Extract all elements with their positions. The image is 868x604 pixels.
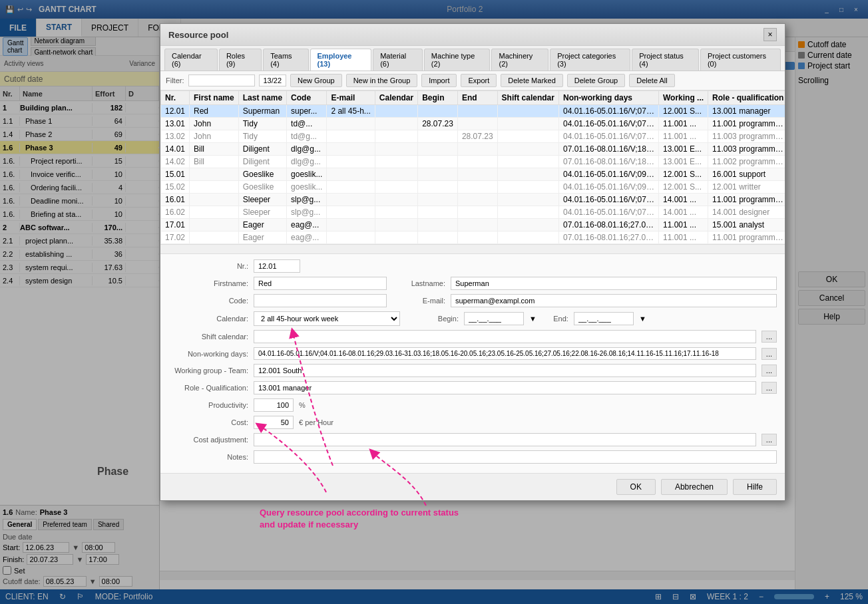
shift-cal-browse[interactable]: ... <box>761 331 777 343</box>
new-group-button[interactable]: New Group <box>290 74 342 87</box>
table-row[interactable]: 17.02 Eager eag@... 07.01.16-08.01.16;27… <box>161 231 785 244</box>
begin-dropdown[interactable]: ▼ <box>529 315 537 323</box>
cell-lastname: Tidy <box>238 130 286 143</box>
table-row[interactable]: 14.02 Bill Diligent dlg@g... 07.01.16-08… <box>161 156 785 168</box>
working-group-browse[interactable]: ... <box>761 365 777 377</box>
cell-working: 14.001 ... <box>658 194 708 206</box>
cell-lastname: Tidy <box>238 118 286 130</box>
tab-employee[interactable]: Employee (13) <box>310 49 372 71</box>
cell-nonworking: 04.01.16-05.01.16/V;07.01.16-... <box>558 130 658 143</box>
cell-nr: 12.01 <box>161 105 190 118</box>
tab-machinery[interactable]: Machinery (2) <box>491 49 548 71</box>
cell-role: 14.001 designer <box>708 206 785 219</box>
cost-adj-browse[interactable]: ... <box>761 434 777 446</box>
cell-code: slp@g... <box>287 206 327 219</box>
cell-firstname: Bill <box>190 143 239 156</box>
cell-role: 15.001 analyst <box>708 219 785 231</box>
code-input[interactable] <box>254 294 387 307</box>
tab-project-customers[interactable]: Project customers (0) <box>700 49 781 71</box>
cell-shiftcal <box>497 206 558 219</box>
table-row[interactable]: 13.02 John Tidy td@g... 28.07.23 04.01.1… <box>161 130 785 143</box>
calendar-select[interactable]: 2 all 45-hour work week <box>254 311 400 326</box>
modal-close-button[interactable]: × <box>763 28 777 41</box>
new-in-group-button[interactable]: New in the Group <box>346 74 418 87</box>
role-input[interactable] <box>254 381 756 394</box>
cell-firstname: Red <box>190 105 239 118</box>
delete-group-button[interactable]: Delete Group <box>567 74 625 87</box>
delete-marked-button[interactable]: Delete Marked <box>501 74 563 87</box>
tab-teams[interactable]: Teams (4) <box>263 49 308 71</box>
cell-working: 12.001 S... <box>658 168 708 181</box>
working-group-input[interactable] <box>254 364 756 377</box>
email-input[interactable] <box>451 294 777 307</box>
cell-calendar <box>375 143 417 156</box>
table-row[interactable]: 16.02 Sleeper slp@g... 04.01.16-05.01.16… <box>161 206 785 219</box>
cell-email <box>327 118 375 130</box>
cost-input[interactable] <box>254 416 294 429</box>
notes-row: Notes: <box>168 450 777 464</box>
table-row[interactable]: 15.02 Goeslike goeslik... 04.01.16-05.01… <box>161 181 785 194</box>
cell-role: 11.003 programmer - V.B <box>708 143 785 156</box>
cell-lastname: Superman <box>238 105 286 118</box>
tab-project-status[interactable]: Project status (4) <box>632 49 699 71</box>
table-row[interactable]: 13.01 John Tidy td@... 28.07.23 04.01.16… <box>161 118 785 130</box>
cost-unit: € per Hour <box>299 418 333 426</box>
export-button[interactable]: Export <box>461 74 497 87</box>
firstname-input[interactable] <box>254 277 387 290</box>
notes-input[interactable] <box>254 450 777 464</box>
modal-hilfe-button[interactable]: Hilfe <box>733 479 777 495</box>
nr-row: Nr.: <box>168 259 777 273</box>
cell-nonworking: 07.01.16-08.01.16;27.01.16-29-... <box>558 231 658 244</box>
table-row[interactable]: 16.01 Sleeper slp@g... 04.01.16-05.01.16… <box>161 194 785 206</box>
th-nr: Nr. <box>161 91 190 105</box>
end-dropdown[interactable]: ▼ <box>639 315 646 323</box>
cost-adj-input[interactable] <box>254 433 756 446</box>
table-row[interactable]: 12.01 Red Superman super... 2 all 45-h..… <box>161 105 785 118</box>
cell-calendar <box>375 219 417 231</box>
table-row[interactable]: 14.01 Bill Diligent dlg@g... 07.01.16-08… <box>161 143 785 156</box>
tab-machine-type[interactable]: Machine type (2) <box>424 49 491 71</box>
non-working-browse[interactable]: ... <box>761 348 777 360</box>
shift-cal-input[interactable] <box>254 330 756 343</box>
delete-all-button[interactable]: Delete All <box>629 74 674 87</box>
cell-shiftcal <box>497 156 558 168</box>
cell-shiftcal <box>497 105 558 118</box>
table-row[interactable]: 17.01 Eager eag@... 07.01.16-08.01.16;27… <box>161 219 785 231</box>
table-hscroll[interactable] <box>160 244 785 253</box>
cell-shiftcal <box>497 143 558 156</box>
cell-nonworking: 07.01.16-08.01.16/V;18.01.16/... <box>558 156 658 168</box>
cell-code: dlg@g... <box>287 143 327 156</box>
tab-calendar[interactable]: Calendar (6) <box>164 49 218 71</box>
cost-label: Cost: <box>168 418 248 426</box>
begin-input[interactable] <box>464 312 524 325</box>
tab-project-categories[interactable]: Project categories (3) <box>550 49 630 71</box>
role-browse[interactable]: ... <box>761 382 777 394</box>
modal-ok-button[interactable]: OK <box>616 479 656 495</box>
cost-adj-label: Cost adjustment: <box>168 436 248 444</box>
nr-input[interactable] <box>254 259 300 273</box>
non-working-label: Non-working days: <box>168 350 248 358</box>
cell-shiftcal <box>497 194 558 206</box>
tab-roles[interactable]: Roles (9) <box>219 49 262 71</box>
end-input[interactable] <box>574 312 634 325</box>
cell-nonworking: 07.01.16-08.01.16/V;18.01.16/... <box>558 143 658 156</box>
non-working-input[interactable] <box>254 347 756 360</box>
lastname-label: Lastname: <box>392 279 445 287</box>
cell-nonworking: 04.01.16-05.01.16/V;09.02.16-... <box>558 181 658 194</box>
modal-abbrechen-button[interactable]: Abbrechen <box>661 479 728 495</box>
filter-input[interactable] <box>188 75 255 86</box>
lastname-input[interactable] <box>451 277 777 290</box>
import-button[interactable]: Import <box>421 74 457 87</box>
table-row[interactable]: 15.01 Goeslike goeslik... 04.01.16-05.01… <box>161 168 785 181</box>
cell-shiftcal <box>497 231 558 244</box>
cell-calendar <box>375 168 417 181</box>
cell-code: td@g... <box>287 130 327 143</box>
cell-code: eag@... <box>287 219 327 231</box>
tab-material[interactable]: Material (6) <box>373 49 423 71</box>
cell-nr: 13.01 <box>161 118 190 130</box>
non-working-row: Non-working days: ... <box>168 347 777 360</box>
th-calendar: Calendar <box>375 91 417 105</box>
productivity-label: Productivity: <box>168 401 248 409</box>
cell-role: 11.002 programmer - PHI <box>708 156 785 168</box>
productivity-input[interactable] <box>254 398 294 412</box>
